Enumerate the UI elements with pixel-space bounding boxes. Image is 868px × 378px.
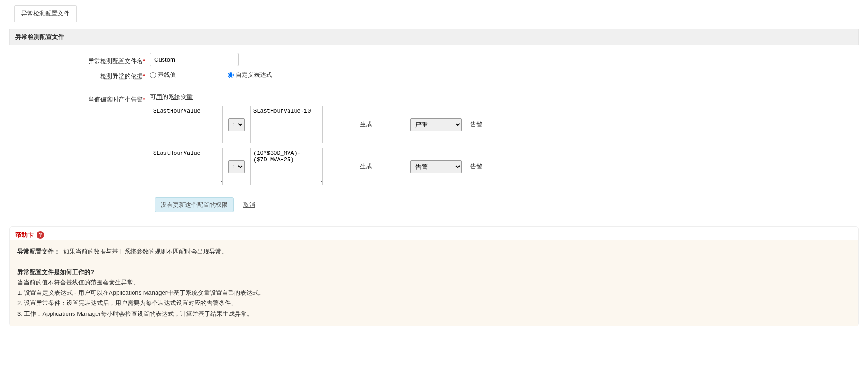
expr-right-2[interactable]: (10*$30D_MVA)-($7D_MVA+25) [250, 148, 323, 185]
radio-baseline-input[interactable] [150, 72, 156, 78]
generate-label-2: 生成 [360, 162, 372, 171]
form-area: 异常检测配置文件名* 检测异常的依据* 基线值 自定义表达式 当值偏离 [0, 45, 868, 222]
radio-custom-expr-label: 自定义表达式 [236, 71, 272, 79]
available-vars-link[interactable]: 可用的系统变量 [150, 93, 859, 101]
section-header: 异常检测配置文件 [9, 29, 859, 45]
radio-baseline[interactable]: 基线值 [150, 71, 176, 79]
help-line1: 当当前的值不符合基线值的范围会发生异常。 [17, 277, 851, 288]
radio-baseline-label: 基线值 [158, 71, 176, 79]
expression-row-1: $LastHourValue > $LastHourValue-10 生成 严重… [150, 106, 859, 143]
tab-bar: 异常检测配置文件 [0, 0, 868, 22]
profile-name-input[interactable] [150, 53, 239, 66]
generate-label-1: 生成 [360, 120, 372, 129]
help-heading1-text: 如果当前的数据与基于系统参数的规则不匹配时会出现异常。 [63, 248, 228, 255]
expr-left-1[interactable]: $LastHourValue [150, 106, 223, 143]
severity-select-2[interactable]: 告警 [410, 160, 462, 173]
help-card-title: 帮助卡 [15, 231, 34, 239]
help-line4: 3. 工作：Applications Manager每小时会检查设置的表达式，计… [17, 309, 851, 319]
radio-custom-expr-input[interactable] [228, 72, 234, 78]
expr-left-2[interactable]: $LastHourValue [150, 148, 223, 185]
help-icon: ? [37, 231, 44, 239]
tab-anomaly-profile[interactable]: 异常检测配置文件 [14, 5, 77, 22]
help-heading1: 异常配置文件： [17, 248, 60, 255]
help-heading2: 异常配置文件是如何工作的? [17, 269, 94, 276]
operator-select-1[interactable]: > [228, 118, 245, 131]
alarm-suffix-1: 告警 [470, 120, 482, 129]
label-deviation: 当值偏离时产生告警* [9, 93, 150, 104]
severity-select-1[interactable]: 严重 [410, 118, 462, 131]
operator-select-2[interactable]: > [228, 160, 245, 173]
label-basis: 检测异常的依据* [9, 69, 150, 80]
no-update-permission-button: 没有更新这个配置的权限 [155, 197, 234, 212]
radio-custom-expr[interactable]: 自定义表达式 [228, 71, 272, 79]
expression-row-2: $LastHourValue > (10*$30D_MVA)-($7D_MVA+… [150, 148, 859, 185]
expr-right-1[interactable]: $LastHourValue-10 [250, 106, 323, 143]
cancel-link[interactable]: 取消 [243, 201, 255, 209]
help-card: 帮助卡 ? 异常配置文件： 如果当前的数据与基于系统参数的规则不匹配时会出现异常… [9, 226, 859, 326]
alarm-suffix-2: 告警 [470, 162, 482, 171]
label-profile-name: 异常检测配置文件名* [9, 54, 150, 65]
help-line3: 2. 设置异常条件：设置完表达式后，用户需要为每个表达式设置对应的告警条件。 [17, 298, 851, 308]
help-line2: 1. 设置自定义表达式 - 用户可以在Applications Manager中… [17, 288, 851, 298]
